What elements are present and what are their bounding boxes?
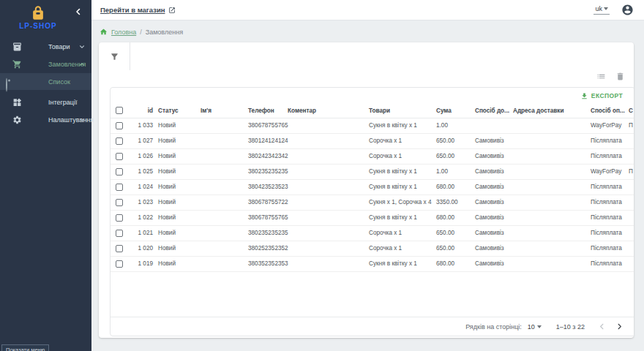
cell-pay_status: П	[629, 164, 634, 179]
column-header-name[interactable]: Ім'я	[201, 104, 248, 118]
chevron-up-icon	[78, 61, 86, 68]
column-header-delivery[interactable]: Спосіб до...	[475, 104, 513, 118]
cell-pay_status	[629, 210, 634, 225]
sidebar-item-settings[interactable]: Налаштування	[0, 111, 91, 129]
pagination: Рядків на сторінці: 10 1–10 з 22	[111, 317, 634, 336]
column-header-comment[interactable]: Коментар	[288, 104, 369, 118]
cell-payment: Післяплата	[591, 210, 629, 225]
sidebar-item-orders[interactable]: Замовлення	[0, 56, 91, 73]
cell-payment: WayForPay	[591, 164, 629, 179]
row-checkbox[interactable]	[116, 168, 123, 176]
row-checkbox[interactable]	[116, 214, 123, 222]
row-checkbox[interactable]	[116, 122, 123, 129]
row-checkbox[interactable]	[116, 153, 123, 160]
cell-status: Новий	[158, 225, 201, 241]
column-header-id[interactable]: id	[135, 104, 158, 118]
cell-comment	[288, 148, 369, 164]
table-row[interactable]: 1 026Новий380242342342Сорочка х 1650.00С…	[111, 148, 634, 164]
cell-delivery: Самовивіз	[475, 195, 513, 210]
export-button[interactable]: ЕКСПОРТ	[580, 92, 623, 100]
cell-address	[513, 195, 591, 210]
columns-list-button[interactable]	[596, 72, 606, 81]
breadcrumb-home-link[interactable]: Головна	[111, 29, 136, 36]
rows-per-page-value: 10	[528, 323, 535, 331]
orders-table-wrap: idСтатусІм'яТелефонКоментарТовариСумаСпо…	[111, 104, 634, 272]
cell-sum: 680.00	[436, 256, 475, 271]
table-row[interactable]: 1 033Новий380678755765Сукня в квітку х 1…	[111, 118, 634, 133]
go-to-store-link[interactable]: Перейти в магазин	[100, 6, 176, 14]
home-icon[interactable]	[100, 28, 108, 36]
cell-address	[513, 164, 591, 179]
table-row[interactable]: 1 022Новий380678755765Сукня в квітку х 1…	[111, 210, 634, 225]
cell-pay_status	[629, 148, 634, 164]
trash-icon	[615, 72, 625, 81]
toolbar-divider	[130, 42, 130, 70]
select-all-header[interactable]	[111, 104, 135, 118]
table-row[interactable]: 1 027Новий380124124124Сорочка х 1650.00С…	[111, 133, 634, 148]
row-checkbox[interactable]	[116, 199, 123, 206]
table-row[interactable]: 1 021Новий380235235235Сорочка х 1650.00С…	[111, 225, 634, 241]
delete-button[interactable]	[615, 72, 625, 81]
table-row[interactable]: 1 020Новий380252352352Сорочка х 1650.00С…	[111, 241, 634, 256]
chevron-left-icon[interactable]	[74, 6, 84, 16]
cell-phone: 380678755765	[248, 210, 288, 225]
sidebar-item-orders-list[interactable]: Список	[0, 73, 91, 90]
account-button[interactable]	[621, 4, 634, 16]
select-all-checkbox[interactable]	[116, 107, 123, 114]
cell-address	[513, 179, 591, 195]
cell-id: 1 024	[135, 179, 158, 195]
column-header-phone[interactable]: Телефон	[248, 104, 288, 118]
cell-id: 1 027	[135, 133, 158, 148]
rows-per-page-select[interactable]: 10	[528, 323, 542, 331]
cell-sum: 650.00	[436, 133, 475, 148]
previous-page-button[interactable]	[596, 322, 607, 332]
cell-comment	[288, 210, 369, 225]
account-icon	[621, 4, 634, 16]
next-page-button[interactable]	[614, 322, 624, 332]
cell-goods: Сукня в квітку х 1	[369, 164, 436, 179]
table-row[interactable]: 1 023Новий380678755722Сукня х 1, Сорочка…	[111, 195, 634, 210]
cell-phone: 380423523523	[248, 179, 288, 195]
store-link-label: Перейти в магазин	[100, 6, 165, 14]
table-header-row: idСтатусІм'яТелефонКоментарТовариСумаСпо…	[111, 104, 634, 118]
cell-comment	[288, 256, 369, 271]
column-header-address[interactable]: Адреса доставки	[513, 104, 591, 118]
gear-icon	[12, 116, 22, 125]
cell-pay_status	[629, 133, 634, 148]
cell-status: Новий	[158, 148, 201, 164]
row-checkbox[interactable]	[116, 184, 123, 191]
chevron-down-icon	[537, 325, 542, 328]
cell-goods: Сукня в квітку х 1	[369, 118, 436, 133]
cell-goods: Сукня в квітку х 1	[369, 256, 436, 271]
table-row[interactable]: 1 024Новий380423523523Сукня в квітку х 1…	[111, 179, 634, 195]
sidebar-menu: ТовариЗамовленняСписокІнтеграціїНалаштув…	[0, 38, 91, 129]
cell-phone: 380124124124	[248, 133, 288, 148]
cell-select	[111, 195, 135, 210]
column-header-goods[interactable]: Товари	[369, 104, 436, 118]
row-checkbox[interactable]	[116, 260, 123, 268]
cell-goods: Сорочка х 1	[369, 241, 436, 256]
cell-payment: Післяплата	[591, 256, 629, 271]
cell-phone: 380678755722	[248, 195, 288, 210]
table-row[interactable]: 1 019Новий380352352353Сукня в квітку х 1…	[111, 256, 634, 271]
dot-icon	[6, 78, 12, 85]
sidebar-item-products[interactable]: Товари	[0, 38, 91, 56]
row-checkbox[interactable]	[116, 230, 123, 237]
cell-goods: Сукня в квітку х 1	[369, 210, 436, 225]
filter-button[interactable]	[99, 42, 130, 70]
column-header-sum[interactable]: Сума	[436, 104, 475, 118]
orders-table: idСтатусІм'яТелефонКоментарТовариСумаСпо…	[111, 104, 634, 272]
filter-icon	[110, 52, 119, 61]
table-row[interactable]: 1 025Новий380235235235Сукня в квітку х 1…	[111, 164, 634, 179]
language-select[interactable]: uk	[594, 5, 610, 15]
row-checkbox[interactable]	[116, 137, 123, 145]
breadcrumb-current: Замовлення	[146, 29, 183, 36]
column-header-pay_status[interactable]: С	[629, 104, 634, 118]
sidebar-item-integrations[interactable]: Інтеграції	[0, 94, 91, 111]
column-header-status[interactable]: Статус	[158, 104, 201, 118]
sidebar-item-label: Налаштування	[48, 116, 94, 124]
cell-phone: 380235235235	[248, 225, 288, 241]
row-checkbox[interactable]	[116, 245, 123, 252]
cell-address	[513, 148, 591, 164]
column-header-payment[interactable]: Спосіб оп...	[591, 104, 629, 118]
